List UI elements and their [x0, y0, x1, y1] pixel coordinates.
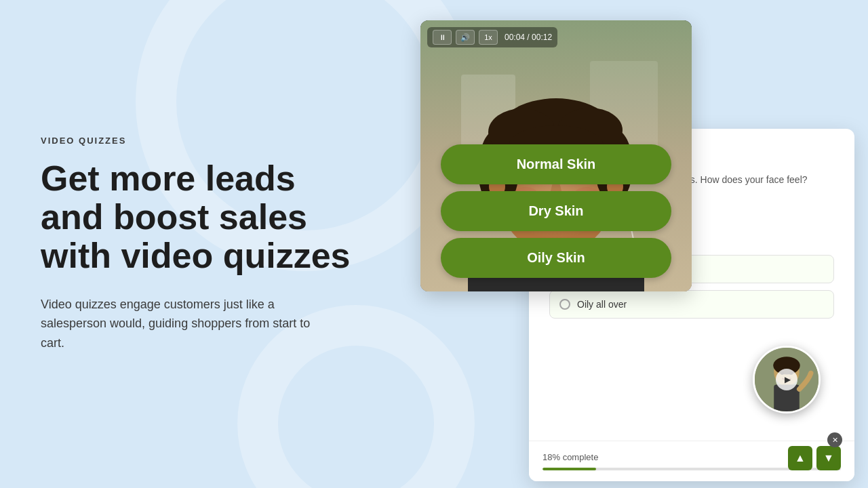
oily-skin-button[interactable]: Oily Skin [441, 238, 671, 278]
nav-buttons: ▲ ▼ [788, 446, 841, 470]
pip-play-button[interactable]: ▶ [776, 369, 797, 390]
play-icon: ▶ [785, 375, 791, 384]
nav-up-button[interactable]: ▲ [788, 446, 812, 470]
time-display: 00:04 / 00:12 [505, 33, 552, 42]
skin-options: Normal Skin Dry Skin Oily Skin [441, 144, 671, 278]
progress-bar-fill [542, 468, 596, 470]
volume-button[interactable]: 🔊 [456, 30, 475, 45]
nav-down-button[interactable]: ▼ [816, 446, 841, 470]
quiz-option-oily-all[interactable]: Oily all over [549, 290, 834, 319]
speed-button[interactable]: 1x [479, 30, 498, 45]
dry-skin-button[interactable]: Dry Skin [441, 191, 671, 231]
option-oily-all-label: Oily all over [577, 299, 627, 310]
eyebrow-label: VIDEO QUIZZES [41, 136, 380, 146]
radio-oily-all [559, 299, 570, 310]
pip-close-button[interactable]: ✕ [827, 432, 842, 447]
video-card: ⏸ 🔊 1x 00:04 / 00:12 [420, 20, 692, 291]
video-controls-bar: ⏸ 🔊 1x 00:04 / 00:12 [427, 27, 557, 47]
heading-line1: Get more leads [41, 159, 296, 198]
main-heading: Get more leads and boost sales with vide… [41, 159, 380, 276]
left-panel: VIDEO QUIZZES Get more leads and boost s… [41, 136, 380, 353]
normal-skin-button[interactable]: Normal Skin [441, 144, 671, 184]
subtext: Video quizzes engage customers just like… [41, 294, 332, 352]
pause-button[interactable]: ⏸ [433, 30, 452, 45]
heading-line2: and boost sales [41, 197, 307, 237]
right-panel: ⏸ 🔊 1x 00:04 / 00:12 [420, 20, 854, 468]
pip-video[interactable]: ▶ [753, 346, 821, 413]
heading-line3: with video quizzes [41, 236, 351, 275]
